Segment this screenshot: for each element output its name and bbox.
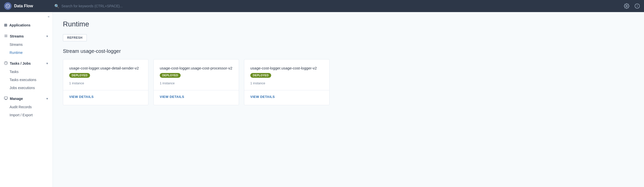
- card-2-divider: [154, 90, 239, 90]
- brand-name: Data Flow: [14, 4, 33, 8]
- sidebar-section-tasks: Tasks / Jobs ▼ Tasks Tasks executions Jo…: [0, 58, 53, 93]
- card-3-view-details-button[interactable]: VIEW DETAILS: [250, 95, 275, 99]
- card-1-badge: DEPLOYED: [69, 73, 90, 78]
- sidebar-tasks-label: Tasks / Jobs: [10, 61, 31, 65]
- search-placeholder: Search for keywords (CTRL+SPACE)...: [61, 4, 123, 8]
- tasks-icon: [4, 61, 8, 66]
- search-bar[interactable]: 🔍 Search for keywords (CTRL+SPACE)...: [54, 4, 624, 9]
- refresh-button[interactable]: REFRESH: [63, 34, 87, 41]
- card-1-title-text: usage-cost-logger.usage-detail-sender-v2: [69, 65, 139, 71]
- card-3-badge: DEPLOYED: [250, 73, 271, 78]
- page-title: Runtime: [63, 20, 634, 28]
- collapse-button[interactable]: «: [0, 12, 53, 19]
- card-3-title-area: usage-cost-logger.usage-cost-logger-v2 D…: [250, 65, 323, 78]
- layout: « ⊞ Applications Streams ▼: [0, 12, 644, 187]
- sidebar-item-jobs-executions[interactable]: Jobs executions: [0, 84, 53, 92]
- svg-point-1: [626, 5, 627, 7]
- card-2-instances: 1 instance: [160, 81, 233, 85]
- card-1-instances: 1 instance: [69, 81, 142, 85]
- card-3-title-text: usage-cost-logger.usage-cost-logger-v2: [250, 65, 317, 71]
- svg-rect-6: [4, 97, 8, 99]
- main-content: Runtime REFRESH Stream usage-cost-logger…: [53, 12, 644, 187]
- stream-card-1: usage-cost-logger.usage-detail-sender-v2…: [63, 59, 148, 105]
- sidebar-section-streams: Streams ▼ Streams Runtime: [0, 30, 53, 58]
- sidebar-streams-label: Streams: [10, 34, 24, 38]
- card-1-title-area: usage-cost-logger.usage-detail-sender-v2…: [69, 65, 142, 78]
- top-navbar: Data Flow 🔍 Search for keywords (CTRL+SP…: [0, 0, 644, 12]
- sidebar-section-manage: Manage ▼ Audit Records Import / Export: [0, 93, 53, 120]
- sidebar-group-tasks[interactable]: Tasks / Jobs ▼: [0, 59, 53, 68]
- cards-grid: usage-cost-logger.usage-detail-sender-v2…: [63, 59, 634, 105]
- sidebar-item-audit-records[interactable]: Audit Records: [0, 103, 53, 111]
- sidebar-item-tasks-executions[interactable]: Tasks executions: [0, 76, 53, 84]
- card-1-divider: [63, 90, 148, 90]
- card-1-view-details-button[interactable]: VIEW DETAILS: [69, 95, 94, 99]
- stream-section-title: Stream usage-cost-logger: [63, 48, 634, 54]
- sidebar-item-runtime[interactable]: Runtime: [0, 49, 53, 57]
- manage-icon: [4, 96, 8, 101]
- sidebar-item-streams[interactable]: Streams: [0, 41, 53, 49]
- stream-card-2: usage-cost-logger.usage-cost-processor-v…: [153, 59, 239, 105]
- card-2-title-text: usage-cost-logger.usage-cost-processor-v…: [160, 65, 232, 71]
- card-3-instances: 1 instance: [250, 81, 323, 85]
- brand: Data Flow: [4, 2, 54, 10]
- sidebar-group-manage[interactable]: Manage ▼: [0, 94, 53, 103]
- collapse-icon: «: [48, 15, 50, 18]
- sidebar-group-applications[interactable]: ⊞ Applications: [0, 20, 53, 29]
- stream-card-3: usage-cost-logger.usage-cost-logger-v2 D…: [244, 59, 330, 105]
- applications-icon: ⊞: [4, 23, 7, 27]
- card-2-title-area: usage-cost-logger.usage-cost-processor-v…: [160, 65, 233, 78]
- manage-chevron: ▼: [46, 97, 49, 100]
- brand-icon: [4, 2, 12, 10]
- topnav-actions: [624, 3, 640, 9]
- sidebar-item-import-export[interactable]: Import / Export: [0, 111, 53, 119]
- sidebar-item-tasks[interactable]: Tasks: [0, 68, 53, 76]
- sidebar: « ⊞ Applications Streams ▼: [0, 12, 53, 187]
- sidebar-applications-label: Applications: [9, 23, 30, 27]
- sidebar-manage-label: Manage: [10, 97, 23, 101]
- sidebar-section-applications: ⊞ Applications: [0, 19, 53, 30]
- search-icon: 🔍: [54, 4, 59, 9]
- streams-chevron: ▼: [46, 35, 49, 38]
- settings-button[interactable]: [624, 3, 629, 9]
- info-button[interactable]: [634, 3, 640, 9]
- streams-icon: [4, 34, 8, 39]
- card-2-badge: DEPLOYED: [160, 73, 181, 78]
- tasks-chevron: ▼: [46, 62, 49, 65]
- sidebar-group-streams[interactable]: Streams ▼: [0, 31, 53, 41]
- card-3-divider: [244, 90, 329, 90]
- card-2-view-details-button[interactable]: VIEW DETAILS: [160, 95, 184, 99]
